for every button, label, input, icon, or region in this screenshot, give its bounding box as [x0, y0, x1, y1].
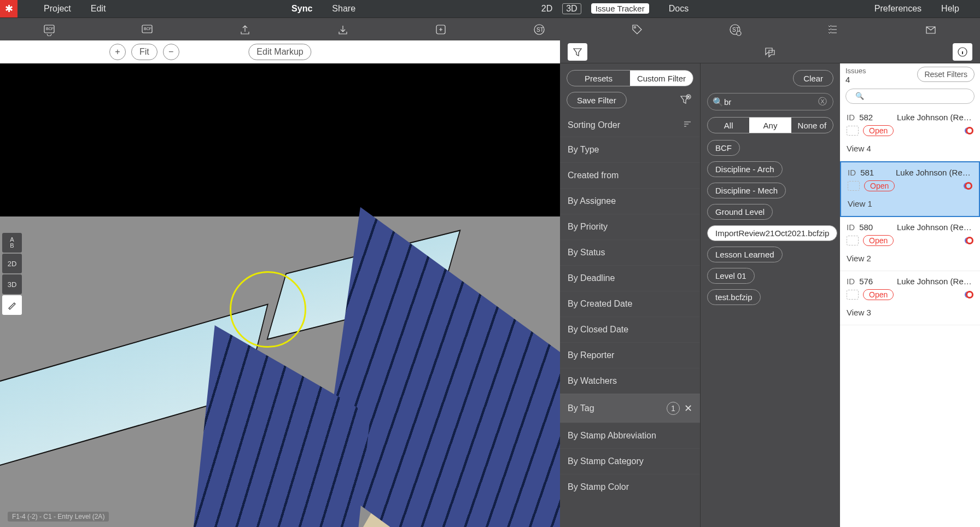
- filter-item-label: By Closed Date: [568, 325, 628, 335]
- tag-chip[interactable]: test.bcfzip: [707, 289, 761, 305]
- filter-item[interactable]: By Reporter: [560, 342, 700, 368]
- filter-item-label: By Created Date: [568, 299, 632, 309]
- filter-item-label: By Stamp Abbreviation: [568, 431, 656, 441]
- issues-search-input[interactable]: [845, 89, 975, 104]
- issue-card[interactable]: ID 582Luke Johnson (Revi...OpenView 4: [840, 107, 980, 161]
- menu-sync[interactable]: Sync: [282, 4, 322, 14]
- tag-chip[interactable]: ImportReview21Oct2021.bcfzip: [707, 225, 837, 241]
- custom-filter-tab[interactable]: Custom Filter: [630, 71, 693, 86]
- filter-count-badge: 1: [667, 402, 680, 415]
- markup-circle[interactable]: [230, 271, 306, 348]
- match-all[interactable]: All: [708, 118, 749, 133]
- zoom-in-button[interactable]: +: [109, 44, 126, 60]
- 3d-viewport[interactable]: AB 2D 3D F1-4 (-2) - C1 - Entry Level (2…: [0, 63, 560, 527]
- presets-tab[interactable]: Presets: [567, 71, 630, 86]
- filter-item-label: By Watchers: [568, 376, 617, 386]
- issues-column: Issues 4 Reset Filters 🔍 ID 582Luke John…: [840, 63, 980, 527]
- filter-item[interactable]: By Watchers: [560, 368, 700, 394]
- clear-button[interactable]: Clear: [793, 70, 833, 86]
- menu-edit[interactable]: Edit: [81, 4, 116, 14]
- stamp-settings-icon[interactable]: ST: [727, 22, 743, 37]
- filter-item-label: By Tag: [568, 403, 594, 413]
- viewport-toolbar: + Fit − Edit Markup: [0, 40, 560, 63]
- tag-chip[interactable]: Discipline - Arch: [707, 161, 783, 177]
- filter-item[interactable]: By Priority: [560, 214, 700, 239]
- issue-card[interactable]: ID 581Luke Johnson (Revi...OpenView 1: [840, 161, 980, 217]
- tag-icon[interactable]: [629, 22, 645, 37]
- clear-search-icon[interactable]: ⓧ: [818, 96, 829, 107]
- checklist-icon[interactable]: [825, 22, 841, 37]
- sorting-order-row[interactable]: Sorting Order: [560, 114, 700, 137]
- filter-item[interactable]: By Deadline: [560, 265, 700, 291]
- dock-pen-button[interactable]: [2, 295, 22, 315]
- menu-project[interactable]: Project: [34, 4, 81, 14]
- match-mode-segment[interactable]: All Any None of: [707, 117, 833, 133]
- fit-button[interactable]: Fit: [131, 44, 158, 60]
- reset-filters-button[interactable]: Reset Filters: [917, 67, 975, 82]
- match-any[interactable]: Any: [749, 118, 791, 133]
- tags-column: Clear 🔍 ⓧ All Any None of BCFDiscipline …: [700, 63, 840, 527]
- menu-share[interactable]: Share: [322, 4, 365, 14]
- filter-item-label: By Priority: [568, 222, 608, 232]
- issues-count: 4: [845, 75, 866, 84]
- svg-text:BCF: BCF: [46, 27, 54, 31]
- issue-thumbnail: [847, 290, 859, 300]
- issue-thumbnail: [847, 236, 859, 245]
- menu-help[interactable]: Help: [931, 4, 969, 14]
- filter-item[interactable]: Created from: [560, 162, 700, 188]
- download-icon[interactable]: [335, 22, 351, 37]
- issue-id: 576: [857, 277, 873, 286]
- match-none[interactable]: None of: [791, 118, 833, 133]
- sorting-order-label: Sorting Order: [568, 120, 620, 130]
- filter-item[interactable]: By Assignee: [560, 188, 700, 214]
- scene-sky: [0, 63, 560, 216]
- filter-item[interactable]: By Stamp Abbreviation: [560, 423, 700, 448]
- add-icon[interactable]: [433, 22, 448, 37]
- edit-markup-button[interactable]: Edit Markup: [248, 44, 311, 60]
- comments-icon[interactable]: [760, 43, 780, 61]
- menu-docs[interactable]: Docs: [659, 4, 698, 14]
- filter-item[interactable]: By Stamp Category: [560, 448, 700, 474]
- menu-preferences[interactable]: Preferences: [865, 4, 931, 14]
- issue-card[interactable]: ID 580Luke Johnson (Revi...OpenView 2: [840, 217, 980, 271]
- upload-icon[interactable]: [237, 22, 253, 37]
- filter-item[interactable]: By Closed Date: [560, 317, 700, 342]
- filter-item[interactable]: By Tag1✕: [560, 394, 700, 423]
- issue-card[interactable]: ID 576Luke Johnson (Revi...OpenView 3: [840, 271, 980, 325]
- issue-author: Luke Johnson (Revi...: [897, 113, 973, 122]
- save-filter-button[interactable]: Save Filter: [567, 92, 627, 108]
- menu-2d[interactable]: 2D: [532, 4, 562, 14]
- issues-header-label: Issues: [845, 67, 866, 75]
- dock-3d-button[interactable]: 3D: [2, 274, 22, 294]
- info-icon[interactable]: [953, 43, 972, 61]
- menu-issue-tracker[interactable]: Issue Tracker: [581, 4, 659, 14]
- tag-chip[interactable]: BCF: [707, 140, 740, 156]
- tag-chip[interactable]: Level 01: [707, 268, 755, 284]
- filter-mode-segment[interactable]: Presets Custom Filter: [567, 70, 693, 86]
- tag-chip[interactable]: Ground Level: [707, 204, 773, 220]
- menu-3d[interactable]: 3D: [562, 3, 581, 14]
- filter-item[interactable]: By Type: [560, 137, 700, 162]
- bcf-export-icon[interactable]: BCF: [139, 22, 155, 37]
- clear-filter-icon[interactable]: [677, 92, 693, 108]
- tag-chip[interactable]: Discipline - Mech: [707, 183, 786, 198]
- tag-chip[interactable]: Lesson Learned: [707, 247, 783, 262]
- issue-id: 580: [857, 222, 873, 232]
- issue-id-label: ID: [848, 168, 856, 177]
- filter-clear-icon[interactable]: ✕: [684, 402, 692, 414]
- app-logo[interactable]: ✱: [0, 0, 18, 17]
- issues-search-icon: 🔍: [855, 92, 864, 100]
- filter-item[interactable]: By Stamp Color: [560, 474, 700, 500]
- svg-text:BCF: BCF: [144, 27, 151, 31]
- bcf-sync-icon[interactable]: BCF: [42, 22, 57, 37]
- issue-thumbnail: [848, 181, 860, 191]
- filter-item[interactable]: By Created Date: [560, 291, 700, 317]
- inbox-icon[interactable]: [923, 22, 938, 37]
- zoom-out-button[interactable]: −: [163, 44, 179, 60]
- tag-search-input[interactable]: [707, 93, 833, 110]
- dock-2d-button[interactable]: 2D: [2, 254, 22, 273]
- filter-icon[interactable]: [568, 43, 587, 61]
- dock-compare-button[interactable]: AB: [2, 233, 22, 253]
- filter-item[interactable]: By Status: [560, 239, 700, 265]
- stamp-icon[interactable]: ST: [532, 22, 547, 37]
